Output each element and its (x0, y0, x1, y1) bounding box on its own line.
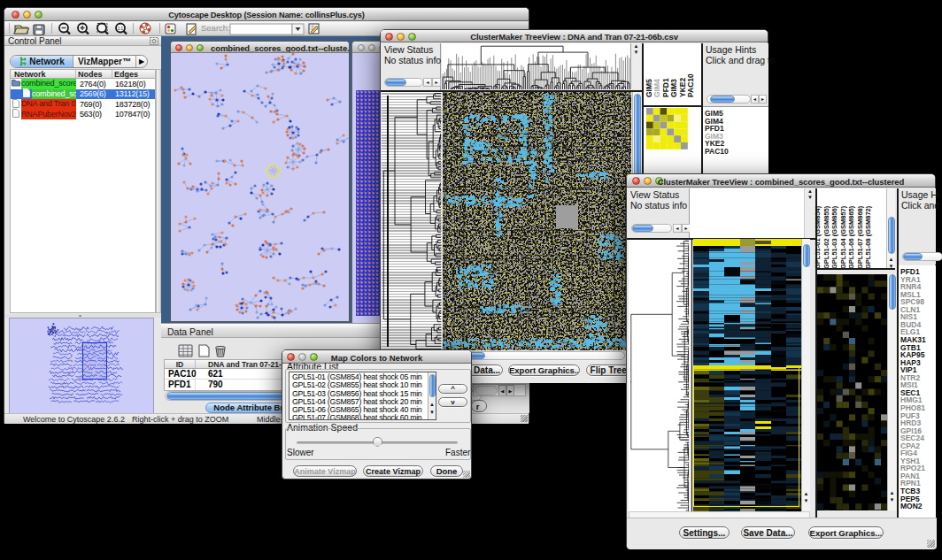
svg-text:1:1: 1:1 (118, 27, 124, 31)
svg-text:Search:: Search: (201, 23, 230, 33)
